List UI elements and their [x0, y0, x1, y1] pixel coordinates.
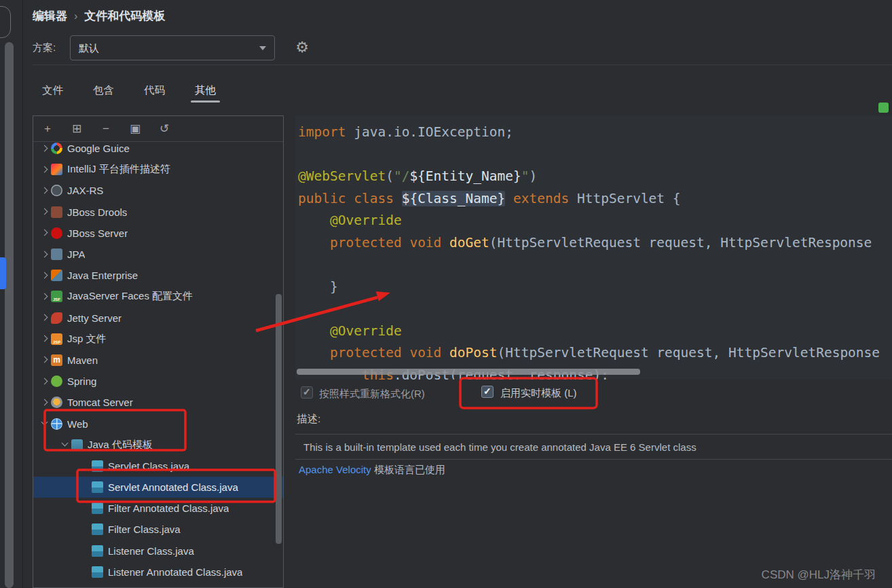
tree-item-jax-rs[interactable]: JAX-RS	[33, 180, 283, 201]
tomcat-icon	[51, 397, 62, 408]
code-line: @Override	[298, 320, 892, 343]
maven-icon	[51, 354, 62, 366]
jpa-icon	[51, 249, 62, 260]
remove-template-icon[interactable]: −	[100, 122, 112, 136]
tree-item-label: Listener Annotated Class.java	[108, 566, 242, 578]
chevron-spacer	[79, 502, 92, 515]
inspections-status-icon[interactable]	[878, 103, 889, 113]
tree-item-java-enterprise[interactable]: Java Enterprise	[33, 265, 283, 286]
intellij-icon	[51, 164, 62, 175]
tree-item-label: Jsp 文件	[67, 333, 107, 346]
add-template-icon[interactable]: +	[41, 122, 54, 136]
tree-item-row-21[interactable]	[33, 583, 283, 587]
settings-nav-scrollbar[interactable]	[5, 42, 14, 588]
tree-item-google-guice[interactable]: Google Guice	[33, 142, 283, 159]
tree-item-jboss-server[interactable]: JBoss Server	[33, 223, 283, 244]
tree-item-maven[interactable]: Maven	[33, 350, 283, 371]
breadcrumb-page: 文件和代码模板	[84, 8, 165, 24]
tabs: 文件包含代码其他	[27, 77, 231, 103]
tree-scrollbar[interactable]	[276, 294, 282, 544]
chevron-collapsed-icon[interactable]	[39, 185, 51, 197]
tree-item-label: Java 代码模板	[88, 439, 153, 452]
tree-item-web[interactable]: Web	[33, 413, 283, 434]
chevron-collapsed-icon[interactable]	[39, 312, 51, 324]
code-content: import java.io.IOException; @WebServlet(…	[295, 115, 892, 380]
tree-item-filter-class-java[interactable]: Filter Class.java	[33, 519, 283, 540]
code-line: @WebServlet("/${Entity_Name}")	[298, 166, 892, 188]
chevron-expanded-icon[interactable]	[59, 439, 71, 451]
tree-item-intellij[interactable]: IntelliJ 平台插件描述符	[33, 159, 283, 180]
tree-item-listener-annotated-class-java[interactable]: Listener Annotated Class.java	[33, 562, 283, 583]
code-line: }	[298, 276, 892, 299]
tree-item-jsp[interactable]: Jsp 文件	[33, 329, 283, 350]
reformat-checkbox-label[interactable]: 按照样式重新格式化(R)	[319, 388, 425, 401]
chevron-expanded-icon[interactable]	[39, 418, 51, 430]
duplicate-template-icon[interactable]: ▣	[129, 122, 141, 136]
chevron-collapsed-icon[interactable]	[39, 375, 51, 388]
code-line: protected void doPost(HttpServletRequest…	[298, 342, 892, 365]
header-separator	[33, 65, 892, 65]
chevron-collapsed-icon[interactable]	[39, 354, 51, 366]
jsf-icon	[51, 291, 62, 302]
tab-文件[interactable]: 文件	[27, 77, 78, 103]
template-tree: Google GuiceIntelliJ 平台插件描述符JAX-RSJBoss …	[33, 142, 283, 587]
watermark: CSDN @HLJ洛神千羽	[762, 567, 876, 583]
panel-divider	[22, 0, 23, 588]
reset-template-icon[interactable]: ↺	[158, 122, 170, 136]
code-line: public class ${Class_Name} extends HttpS…	[298, 188, 892, 210]
tab-其他[interactable]: 其他	[180, 77, 231, 103]
tree-item-label: Tomcat Server	[67, 397, 133, 408]
chevron-collapsed-icon[interactable]	[39, 291, 51, 303]
tree-item-label: Filter Class.java	[108, 523, 181, 535]
chevron-collapsed-icon[interactable]	[39, 333, 51, 345]
scheme-settings-button[interactable]: ⚙	[293, 37, 312, 58]
chevron-collapsed-icon[interactable]	[39, 270, 51, 282]
tree-item-jpa[interactable]: JPA	[33, 244, 283, 265]
code-line	[298, 144, 892, 166]
tree-item-label: Servlet Class.java	[108, 460, 189, 472]
settings-nav-selection-indicator	[0, 257, 6, 289]
chevron-collapsed-icon[interactable]	[39, 143, 51, 155]
tree-item-listener-class-java[interactable]: Listener Class.java	[33, 540, 283, 562]
tree-item-label: Servlet Annotated Class.java	[108, 481, 238, 493]
tree-item-label: JPA	[67, 249, 85, 260]
servlet-icon	[92, 566, 103, 578]
create-child-template-icon[interactable]: ⊞	[71, 122, 83, 136]
tab-代码[interactable]: 代码	[129, 77, 180, 103]
chevron-collapsed-icon[interactable]	[39, 164, 51, 176]
tree-item-filter-annotated-class-java[interactable]: Filter Annotated Class.java	[33, 498, 283, 519]
tab-包含[interactable]: 包含	[78, 77, 129, 103]
chevron-collapsed-icon[interactable]	[39, 249, 51, 261]
chevron-collapsed-icon[interactable]	[39, 397, 51, 409]
jboss-icon	[51, 227, 62, 239]
breadcrumb-separator-icon: ›	[74, 10, 77, 22]
live-template-checkbox-label[interactable]: 启用实时模板 (L)	[500, 387, 577, 400]
chevron-collapsed-icon[interactable]	[39, 227, 51, 239]
scheme-select[interactable]: 默认	[70, 35, 275, 60]
tree-item-spring[interactable]: Spring	[33, 371, 283, 392]
template-code-editor[interactable]: import java.io.IOException; @WebServlet(…	[295, 115, 892, 380]
tree-item-label: Java Enterprise	[67, 270, 138, 281]
tree-item-servlet-class-java[interactable]: Servlet Class.java	[33, 456, 283, 477]
tree-item-label: Web	[67, 418, 88, 430]
tree-item-label: Jetty Server	[67, 312, 122, 324]
chevron-collapsed-icon[interactable]	[39, 206, 51, 218]
tree-item-label: Spring	[67, 375, 96, 387]
spring-icon	[51, 375, 62, 387]
tree-item-javaserver-faces[interactable]: JavaServer Faces 配置文件	[33, 286, 283, 307]
tree-item-tomcat-server[interactable]: Tomcat Server	[33, 392, 283, 413]
gear-icon: ⚙	[295, 39, 309, 56]
tree-item-jboss-drools[interactable]: JBoss Drools	[33, 202, 283, 223]
chevron-spacer	[79, 545, 92, 557]
breadcrumb-section[interactable]: 编辑器	[33, 8, 67, 24]
tree-item-java[interactable]: Java 代码模板	[33, 435, 283, 456]
live-template-checkbox[interactable]	[481, 386, 494, 398]
tree-item-servlet-annotated-class-java[interactable]: Servlet Annotated Class.java	[33, 477, 283, 498]
horizontal-scrollbar[interactable]	[297, 369, 640, 375]
tree-item-jetty-server[interactable]: Jetty Server	[33, 308, 283, 329]
javaee-icon	[51, 270, 62, 281]
tree-item-label: Filter Annotated Class.java	[108, 502, 229, 514]
reformat-checkbox[interactable]	[301, 386, 313, 399]
apache-velocity-link[interactable]: Apache Velocity	[299, 464, 371, 475]
jetty-icon	[51, 312, 62, 324]
